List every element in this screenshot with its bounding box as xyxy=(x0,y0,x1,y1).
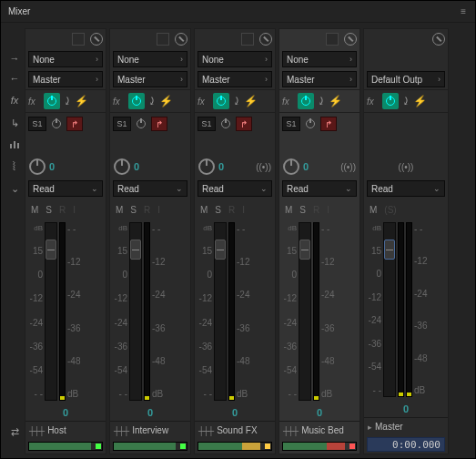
fx-power-button[interactable] xyxy=(298,93,314,109)
input-monitor-button[interactable]: I xyxy=(157,205,160,215)
automation-dropdown[interactable]: Read⌄ xyxy=(282,180,357,197)
track-mute-fx-icon[interactable] xyxy=(90,33,103,46)
mute-button[interactable]: M xyxy=(116,205,123,215)
pan-knob[interactable] xyxy=(29,158,46,175)
send-slot[interactable]: S1 xyxy=(28,117,46,131)
track-visibility-toggle[interactable] xyxy=(157,33,169,46)
fader-track[interactable] xyxy=(299,222,311,401)
mute-button[interactable]: M xyxy=(31,205,38,215)
fx-power-button[interactable] xyxy=(128,93,145,109)
fader-track[interactable] xyxy=(45,222,57,401)
input-dropdown[interactable]: None› xyxy=(28,51,103,67)
pan-knob[interactable] xyxy=(114,158,130,175)
fx-pre-icon[interactable]: ⤸ xyxy=(63,95,72,107)
fx-lightning-icon[interactable]: ⚡ xyxy=(244,95,258,107)
fx-power-button[interactable] xyxy=(213,93,229,109)
input-dropdown[interactable]: None› xyxy=(197,51,272,67)
pan-value[interactable]: 0 xyxy=(134,161,139,172)
fader-handle[interactable] xyxy=(384,240,395,260)
pan-value[interactable]: 0 xyxy=(49,161,55,172)
fader-handle[interactable] xyxy=(299,240,310,260)
send-slot[interactable]: S1 xyxy=(197,117,216,131)
send-power-button[interactable] xyxy=(303,117,318,131)
output-dropdown[interactable]: Master› xyxy=(113,71,187,87)
fx-lightning-icon[interactable]: ⚡ xyxy=(329,95,342,107)
track-name[interactable]: Music Bed xyxy=(301,425,344,435)
input-dropdown[interactable]: None› xyxy=(113,51,187,67)
automation-chevron-icon[interactable]: ⌄ xyxy=(11,183,19,195)
input-monitor-button[interactable]: I xyxy=(242,205,245,215)
fx-power-button[interactable] xyxy=(382,93,399,109)
mute-button[interactable]: M xyxy=(200,205,208,215)
output-dropdown[interactable]: Master› xyxy=(28,71,103,87)
pan-knob[interactable] xyxy=(198,158,215,175)
fx-power-button[interactable] xyxy=(44,93,60,109)
track-mute-fx-icon[interactable] xyxy=(259,33,272,46)
track-visibility-toggle[interactable] xyxy=(72,33,85,46)
input-monitor-button[interactable]: I xyxy=(73,205,76,215)
fader-track[interactable] xyxy=(214,222,227,401)
output-dropdown[interactable]: Master› xyxy=(282,71,357,87)
track-mute-fx-icon[interactable] xyxy=(344,33,357,46)
record-button[interactable]: R xyxy=(144,205,150,215)
record-button[interactable]: R xyxy=(59,205,66,215)
mute-button[interactable]: M xyxy=(370,205,377,215)
fader-track[interactable] xyxy=(129,222,142,401)
input-dropdown[interactable]: None› xyxy=(282,51,357,67)
output-dropdown[interactable]: Master› xyxy=(197,71,272,87)
fader-handle[interactable] xyxy=(46,240,56,260)
automation-dropdown[interactable]: Read⌄ xyxy=(197,180,272,197)
fader-handle[interactable] xyxy=(130,240,141,260)
fx-pre-icon[interactable]: ⤸ xyxy=(401,95,410,107)
track-name[interactable]: Sound FX xyxy=(217,425,257,435)
send-power-button[interactable] xyxy=(218,117,233,131)
volume-value[interactable]: 0 xyxy=(364,401,448,417)
panel-menu-icon[interactable]: ≡ xyxy=(459,5,468,18)
fx-lightning-icon[interactable]: ⚡ xyxy=(413,95,427,107)
fader-handle[interactable] xyxy=(215,240,226,260)
send-prefader-button[interactable]: ↱ xyxy=(66,117,83,131)
pan-value[interactable]: 0 xyxy=(218,161,224,172)
send-prefader-button[interactable]: ↱ xyxy=(151,117,167,131)
record-button[interactable]: R xyxy=(313,205,319,215)
solo-button[interactable]: S xyxy=(215,205,221,215)
record-button[interactable]: R xyxy=(228,205,235,215)
solo-button[interactable]: S xyxy=(46,205,52,215)
track-mute-fx-icon[interactable] xyxy=(175,33,187,46)
automation-dropdown[interactable]: Read⌄ xyxy=(367,180,445,197)
volume-value[interactable]: 0 xyxy=(195,404,275,421)
send-power-button[interactable] xyxy=(134,117,148,131)
send-slot[interactable]: S1 xyxy=(113,117,131,131)
automation-dropdown[interactable]: Read⌄ xyxy=(113,180,187,197)
fader-track[interactable] xyxy=(383,222,396,397)
mute-button[interactable]: M xyxy=(285,205,292,215)
track-name[interactable]: Interview xyxy=(132,425,168,435)
timecode-display[interactable]: 0:00.000 xyxy=(367,437,445,452)
fx-pre-icon[interactable]: ⤸ xyxy=(317,95,326,107)
fx-pre-icon[interactable]: ⤸ xyxy=(232,95,241,107)
volume-value[interactable]: 0 xyxy=(279,404,360,421)
pan-knob[interactable] xyxy=(283,158,299,175)
output-dropdown[interactable]: Default Outp› xyxy=(367,71,445,87)
volume-value[interactable]: 0 xyxy=(110,404,190,421)
pan-value[interactable]: 0 xyxy=(303,161,309,172)
send-slot[interactable]: S1 xyxy=(282,117,300,131)
fader-area: dB150-12-24-36-54- -- --12-24-36-48dB xyxy=(195,219,275,404)
track-mute-fx-icon[interactable] xyxy=(432,33,445,46)
fx-pre-icon[interactable]: ⤸ xyxy=(147,95,157,107)
track-strip: None›Master›fx⤸⚡S1↱0((•))Read⌄MSRIdB150-… xyxy=(194,28,276,454)
automation-dropdown[interactable]: Read⌄ xyxy=(28,180,103,197)
track-name[interactable]: Host xyxy=(47,425,66,435)
solo-button[interactable]: S xyxy=(130,205,137,215)
volume-value[interactable]: 0 xyxy=(25,404,106,421)
send-power-button[interactable] xyxy=(49,117,64,131)
track-options-icon[interactable]: ⇄ xyxy=(11,426,19,438)
send-prefader-button[interactable]: ↱ xyxy=(320,117,337,131)
fx-lightning-icon[interactable]: ⚡ xyxy=(75,95,88,107)
track-visibility-toggle[interactable] xyxy=(326,33,339,46)
solo-button[interactable]: S xyxy=(299,205,306,215)
fx-lightning-icon[interactable]: ⚡ xyxy=(159,95,173,107)
track-visibility-toggle[interactable] xyxy=(241,33,254,46)
input-monitor-button[interactable]: I xyxy=(327,205,329,215)
send-prefader-button[interactable]: ↱ xyxy=(236,117,252,131)
